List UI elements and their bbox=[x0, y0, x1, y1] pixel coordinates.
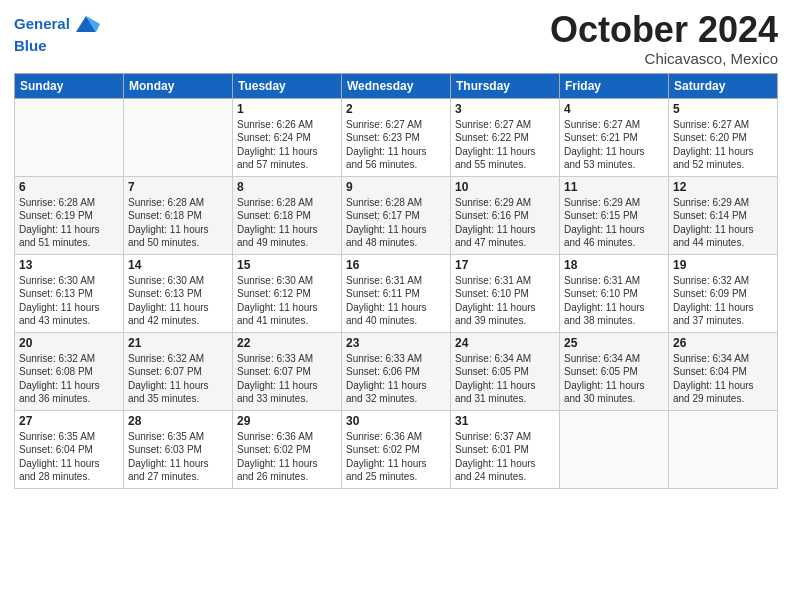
day-number: 6 bbox=[19, 180, 119, 194]
day-number: 14 bbox=[128, 258, 228, 272]
weekday-header-friday: Friday bbox=[560, 73, 669, 98]
day-number: 13 bbox=[19, 258, 119, 272]
calendar-cell bbox=[15, 98, 124, 176]
page-header: General Blue October 2024 Chicavasco, Me… bbox=[14, 10, 778, 67]
day-info: Sunrise: 6:29 AMSunset: 6:16 PMDaylight:… bbox=[455, 196, 555, 250]
day-info: Sunrise: 6:36 AMSunset: 6:02 PMDaylight:… bbox=[237, 430, 337, 484]
day-info: Sunrise: 6:33 AMSunset: 6:07 PMDaylight:… bbox=[237, 352, 337, 406]
weekday-header-thursday: Thursday bbox=[451, 73, 560, 98]
calendar-cell: 4Sunrise: 6:27 AMSunset: 6:21 PMDaylight… bbox=[560, 98, 669, 176]
calendar-cell: 29Sunrise: 6:36 AMSunset: 6:02 PMDayligh… bbox=[233, 410, 342, 488]
day-number: 20 bbox=[19, 336, 119, 350]
day-info: Sunrise: 6:28 AMSunset: 6:17 PMDaylight:… bbox=[346, 196, 446, 250]
day-number: 12 bbox=[673, 180, 773, 194]
day-info: Sunrise: 6:35 AMSunset: 6:04 PMDaylight:… bbox=[19, 430, 119, 484]
weekday-header-saturday: Saturday bbox=[669, 73, 778, 98]
calendar-cell: 31Sunrise: 6:37 AMSunset: 6:01 PMDayligh… bbox=[451, 410, 560, 488]
day-info: Sunrise: 6:34 AMSunset: 6:04 PMDaylight:… bbox=[673, 352, 773, 406]
day-info: Sunrise: 6:26 AMSunset: 6:24 PMDaylight:… bbox=[237, 118, 337, 172]
day-number: 27 bbox=[19, 414, 119, 428]
day-number: 18 bbox=[564, 258, 664, 272]
day-number: 5 bbox=[673, 102, 773, 116]
location: Chicavasco, Mexico bbox=[550, 50, 778, 67]
calendar-cell bbox=[560, 410, 669, 488]
day-number: 2 bbox=[346, 102, 446, 116]
title-block: October 2024 Chicavasco, Mexico bbox=[550, 10, 778, 67]
week-row-4: 27Sunrise: 6:35 AMSunset: 6:04 PMDayligh… bbox=[15, 410, 778, 488]
logo-icon bbox=[72, 10, 100, 38]
day-info: Sunrise: 6:28 AMSunset: 6:19 PMDaylight:… bbox=[19, 196, 119, 250]
day-info: Sunrise: 6:28 AMSunset: 6:18 PMDaylight:… bbox=[128, 196, 228, 250]
day-number: 10 bbox=[455, 180, 555, 194]
day-number: 16 bbox=[346, 258, 446, 272]
calendar-cell: 1Sunrise: 6:26 AMSunset: 6:24 PMDaylight… bbox=[233, 98, 342, 176]
day-info: Sunrise: 6:34 AMSunset: 6:05 PMDaylight:… bbox=[455, 352, 555, 406]
day-number: 22 bbox=[237, 336, 337, 350]
day-number: 28 bbox=[128, 414, 228, 428]
day-number: 1 bbox=[237, 102, 337, 116]
calendar-cell: 7Sunrise: 6:28 AMSunset: 6:18 PMDaylight… bbox=[124, 176, 233, 254]
day-info: Sunrise: 6:35 AMSunset: 6:03 PMDaylight:… bbox=[128, 430, 228, 484]
calendar-cell: 18Sunrise: 6:31 AMSunset: 6:10 PMDayligh… bbox=[560, 254, 669, 332]
calendar-cell: 16Sunrise: 6:31 AMSunset: 6:11 PMDayligh… bbox=[342, 254, 451, 332]
day-number: 25 bbox=[564, 336, 664, 350]
weekday-header-row: SundayMondayTuesdayWednesdayThursdayFrid… bbox=[15, 73, 778, 98]
day-info: Sunrise: 6:31 AMSunset: 6:10 PMDaylight:… bbox=[564, 274, 664, 328]
day-number: 31 bbox=[455, 414, 555, 428]
day-number: 23 bbox=[346, 336, 446, 350]
calendar-cell: 28Sunrise: 6:35 AMSunset: 6:03 PMDayligh… bbox=[124, 410, 233, 488]
day-number: 3 bbox=[455, 102, 555, 116]
day-number: 29 bbox=[237, 414, 337, 428]
calendar-cell bbox=[124, 98, 233, 176]
calendar-cell bbox=[669, 410, 778, 488]
week-row-3: 20Sunrise: 6:32 AMSunset: 6:08 PMDayligh… bbox=[15, 332, 778, 410]
calendar-cell: 23Sunrise: 6:33 AMSunset: 6:06 PMDayligh… bbox=[342, 332, 451, 410]
day-info: Sunrise: 6:34 AMSunset: 6:05 PMDaylight:… bbox=[564, 352, 664, 406]
day-info: Sunrise: 6:32 AMSunset: 6:09 PMDaylight:… bbox=[673, 274, 773, 328]
day-number: 7 bbox=[128, 180, 228, 194]
day-info: Sunrise: 6:31 AMSunset: 6:10 PMDaylight:… bbox=[455, 274, 555, 328]
day-number: 21 bbox=[128, 336, 228, 350]
week-row-1: 6Sunrise: 6:28 AMSunset: 6:19 PMDaylight… bbox=[15, 176, 778, 254]
day-info: Sunrise: 6:27 AMSunset: 6:21 PMDaylight:… bbox=[564, 118, 664, 172]
weekday-header-wednesday: Wednesday bbox=[342, 73, 451, 98]
day-info: Sunrise: 6:27 AMSunset: 6:23 PMDaylight:… bbox=[346, 118, 446, 172]
calendar-cell: 3Sunrise: 6:27 AMSunset: 6:22 PMDaylight… bbox=[451, 98, 560, 176]
day-info: Sunrise: 6:27 AMSunset: 6:22 PMDaylight:… bbox=[455, 118, 555, 172]
week-row-0: 1Sunrise: 6:26 AMSunset: 6:24 PMDaylight… bbox=[15, 98, 778, 176]
weekday-header-tuesday: Tuesday bbox=[233, 73, 342, 98]
day-number: 4 bbox=[564, 102, 664, 116]
day-info: Sunrise: 6:27 AMSunset: 6:20 PMDaylight:… bbox=[673, 118, 773, 172]
calendar-cell: 14Sunrise: 6:30 AMSunset: 6:13 PMDayligh… bbox=[124, 254, 233, 332]
calendar-cell: 17Sunrise: 6:31 AMSunset: 6:10 PMDayligh… bbox=[451, 254, 560, 332]
calendar-cell: 2Sunrise: 6:27 AMSunset: 6:23 PMDaylight… bbox=[342, 98, 451, 176]
day-info: Sunrise: 6:32 AMSunset: 6:07 PMDaylight:… bbox=[128, 352, 228, 406]
day-info: Sunrise: 6:29 AMSunset: 6:15 PMDaylight:… bbox=[564, 196, 664, 250]
day-info: Sunrise: 6:30 AMSunset: 6:13 PMDaylight:… bbox=[19, 274, 119, 328]
day-info: Sunrise: 6:33 AMSunset: 6:06 PMDaylight:… bbox=[346, 352, 446, 406]
calendar-cell: 13Sunrise: 6:30 AMSunset: 6:13 PMDayligh… bbox=[15, 254, 124, 332]
weekday-header-sunday: Sunday bbox=[15, 73, 124, 98]
calendar-cell: 8Sunrise: 6:28 AMSunset: 6:18 PMDaylight… bbox=[233, 176, 342, 254]
calendar-cell: 19Sunrise: 6:32 AMSunset: 6:09 PMDayligh… bbox=[669, 254, 778, 332]
day-number: 15 bbox=[237, 258, 337, 272]
logo-text: General bbox=[14, 16, 70, 33]
day-info: Sunrise: 6:30 AMSunset: 6:13 PMDaylight:… bbox=[128, 274, 228, 328]
day-info: Sunrise: 6:32 AMSunset: 6:08 PMDaylight:… bbox=[19, 352, 119, 406]
calendar-cell: 30Sunrise: 6:36 AMSunset: 6:02 PMDayligh… bbox=[342, 410, 451, 488]
calendar-cell: 12Sunrise: 6:29 AMSunset: 6:14 PMDayligh… bbox=[669, 176, 778, 254]
day-info: Sunrise: 6:37 AMSunset: 6:01 PMDaylight:… bbox=[455, 430, 555, 484]
month-title: October 2024 bbox=[550, 10, 778, 50]
day-number: 24 bbox=[455, 336, 555, 350]
calendar-cell: 26Sunrise: 6:34 AMSunset: 6:04 PMDayligh… bbox=[669, 332, 778, 410]
calendar-cell: 20Sunrise: 6:32 AMSunset: 6:08 PMDayligh… bbox=[15, 332, 124, 410]
day-info: Sunrise: 6:36 AMSunset: 6:02 PMDaylight:… bbox=[346, 430, 446, 484]
calendar-cell: 22Sunrise: 6:33 AMSunset: 6:07 PMDayligh… bbox=[233, 332, 342, 410]
calendar-cell: 15Sunrise: 6:30 AMSunset: 6:12 PMDayligh… bbox=[233, 254, 342, 332]
day-number: 19 bbox=[673, 258, 773, 272]
day-number: 17 bbox=[455, 258, 555, 272]
calendar-cell: 5Sunrise: 6:27 AMSunset: 6:20 PMDaylight… bbox=[669, 98, 778, 176]
day-number: 9 bbox=[346, 180, 446, 194]
calendar-cell: 10Sunrise: 6:29 AMSunset: 6:16 PMDayligh… bbox=[451, 176, 560, 254]
calendar-cell: 6Sunrise: 6:28 AMSunset: 6:19 PMDaylight… bbox=[15, 176, 124, 254]
